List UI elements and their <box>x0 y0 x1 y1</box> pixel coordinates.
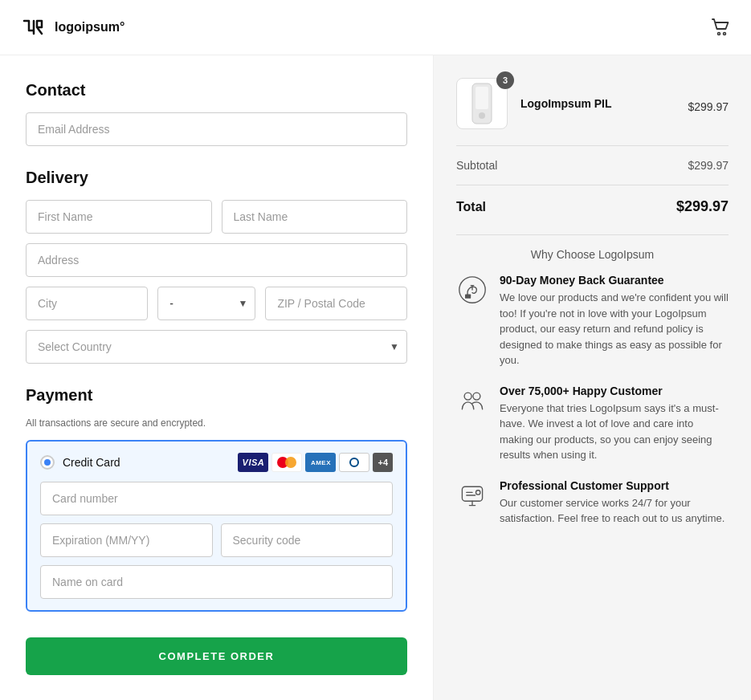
contact-section: Contact <box>26 81 407 146</box>
trust-text-customers: Everyone that tries LogoIpsum says it's … <box>500 401 729 463</box>
total-row: Total $299.97 <box>456 198 729 215</box>
summary-divider <box>456 145 729 146</box>
credit-card-label: Credit Card <box>63 456 120 469</box>
subtotal-label: Subtotal <box>456 159 497 172</box>
trust-heading-customers: Over 75,000+ Happy Customer <box>500 385 729 397</box>
customers-icon <box>456 385 488 417</box>
product-name: LogoImpsum PIL <box>520 97 675 110</box>
card-number-input[interactable] <box>40 482 393 515</box>
card-icons: VISA AMEX <box>238 453 393 472</box>
zip-input[interactable] <box>265 287 407 320</box>
svg-point-8 <box>464 393 471 400</box>
diners-icon <box>339 453 369 472</box>
first-name-input[interactable] <box>26 200 212 234</box>
total-label: Total <box>456 200 486 214</box>
credit-card-option[interactable]: Credit Card VISA AMEX <box>26 440 407 612</box>
visa-icon: VISA <box>238 453 268 472</box>
amex-icon: AMEX <box>305 453 336 472</box>
product-card: 3 LogoImpsum PIL $299.97 <box>456 78 729 129</box>
product-placeholder-icon <box>466 82 498 125</box>
payment-subtitle: All transactions are secure and encrypte… <box>26 417 407 429</box>
name-on-card-input[interactable] <box>40 565 393 599</box>
svg-point-9 <box>473 393 480 400</box>
credit-card-radio[interactable] <box>40 455 55 470</box>
trust-title: Why Choose LogoIpsum <box>456 248 729 261</box>
trust-content-support: Professional Customer Support Our custom… <box>500 479 729 527</box>
payment-section: Payment All transactions are secure and … <box>26 386 407 612</box>
svg-point-1 <box>718 33 720 35</box>
last-name-input[interactable] <box>222 200 408 234</box>
payment-option-left: Credit Card <box>40 455 120 470</box>
logo-text: logoipsum° <box>55 20 124 35</box>
svg-point-11 <box>476 490 480 494</box>
main-content: Contact Delivery <box>0 55 751 700</box>
trust-text-support: Our customer service works 24/7 for your… <box>500 495 729 527</box>
product-image-wrapper: 3 <box>456 78 508 129</box>
product-price: $299.97 <box>688 100 729 113</box>
trust-content-customers: Over 75,000+ Happy Customer Everyone tha… <box>500 385 729 463</box>
city-input[interactable] <box>26 287 148 320</box>
trust-item-customers: Over 75,000+ Happy Customer Everyone tha… <box>456 385 729 463</box>
city-state-zip-row: - AlabamaAlaskaArizona ▼ <box>26 287 407 320</box>
trust-text-money-back: We love our products and we're confident… <box>500 290 729 368</box>
state-select[interactable]: - AlabamaAlaskaArizona <box>157 287 255 320</box>
security-code-input[interactable] <box>221 523 394 557</box>
trust-heading-support: Professional Customer Support <box>500 479 729 492</box>
logo-icon <box>19 13 48 42</box>
complete-order-button[interactable]: COMPLETE ORDER <box>26 637 407 675</box>
address-group <box>26 243 407 277</box>
money-back-icon <box>456 274 488 306</box>
cart-icon[interactable] <box>709 16 732 39</box>
expiration-input[interactable] <box>40 523 213 557</box>
more-cards-badge: +4 <box>373 453 393 472</box>
contact-title: Contact <box>26 81 407 100</box>
email-input[interactable] <box>26 112 407 146</box>
delivery-section: Delivery - AlabamaAlaskaArizona <box>26 169 407 364</box>
header: logoipsum° <box>0 0 751 55</box>
logo: logoipsum° <box>19 13 124 42</box>
svg-point-2 <box>724 33 726 35</box>
radio-selected <box>44 459 51 466</box>
right-panel: 3 LogoImpsum PIL $299.97 Subtotal $299.9… <box>434 55 751 700</box>
payment-option-header: Credit Card VISA AMEX <box>40 453 393 472</box>
trust-divider <box>456 234 729 235</box>
card-exp-security-row <box>40 523 393 557</box>
total-value: $299.97 <box>676 198 729 215</box>
payment-title: Payment <box>26 386 407 405</box>
country-select[interactable]: Select Country United States Canada Unit… <box>26 330 407 364</box>
left-panel: Contact Delivery <box>0 55 434 700</box>
name-row <box>26 200 407 234</box>
delivery-title: Delivery <box>26 169 407 187</box>
trust-content-money-back: 90-Day Money Back Guarantee We love our … <box>500 274 729 368</box>
svg-rect-4 <box>475 87 488 109</box>
total-divider <box>456 185 729 185</box>
product-info: LogoImpsum PIL <box>520 97 675 110</box>
product-quantity-badge: 3 <box>496 71 514 89</box>
svg-point-5 <box>479 112 485 119</box>
country-group: Select Country United States Canada Unit… <box>26 330 407 364</box>
state-select-wrapper: - AlabamaAlaskaArizona ▼ <box>157 287 255 320</box>
email-group <box>26 112 407 146</box>
support-icon <box>456 479 488 511</box>
country-select-wrapper: Select Country United States Canada Unit… <box>26 330 407 364</box>
card-fields <box>40 472 393 599</box>
subtotal-row: Subtotal $299.97 <box>456 159 729 172</box>
mastercard-icon <box>271 453 302 472</box>
page-wrapper: logoipsum° Contact Delivery <box>0 0 751 700</box>
svg-rect-7 <box>465 294 471 298</box>
trust-heading-money-back: 90-Day Money Back Guarantee <box>500 274 729 287</box>
trust-item-money-back: 90-Day Money Back Guarantee We love our … <box>456 274 729 368</box>
trust-section: Why Choose LogoIpsum 90-Day Money Back G… <box>456 234 729 527</box>
address-input[interactable] <box>26 243 407 277</box>
trust-item-support: Professional Customer Support Our custom… <box>456 479 729 527</box>
subtotal-value: $299.97 <box>688 159 729 172</box>
